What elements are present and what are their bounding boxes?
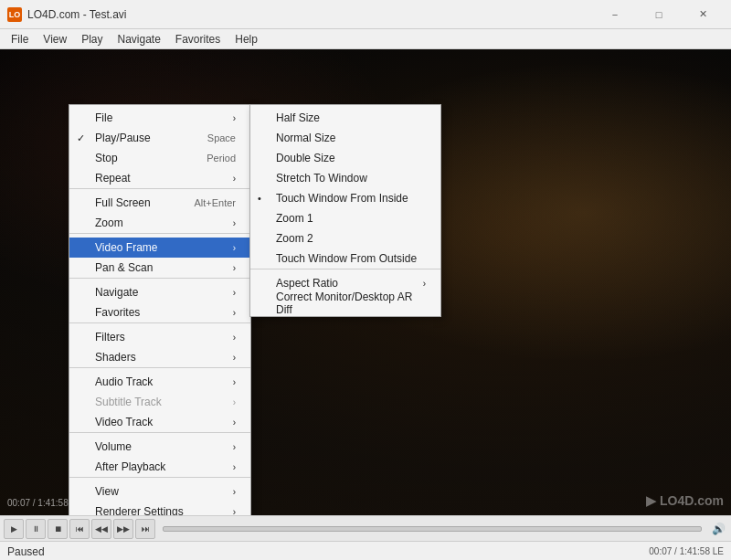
menu-view-label: View [95,485,119,498]
menu-videotrack-item[interactable]: Video Track › [69,412,250,432]
seek-bar[interactable] [163,526,702,532]
zoom-arrow-icon: › [233,218,236,228]
sub-correctmonitor-label: Correct Monitor/Desktop AR Diff [276,291,426,316]
play-button[interactable]: ▶ [4,519,24,539]
maximize-button[interactable]: □ [638,0,680,29]
sub-halfsize[interactable]: Half Size [250,108,440,128]
menu-videoframe-label: Video Frame [95,241,157,254]
sub-doublesize[interactable]: Double Size [250,148,440,168]
sub-doublesize-label: Double Size [276,152,335,164]
panscan-arrow-icon: › [233,263,236,273]
arrow-icon: › [233,113,236,123]
sub-touchwindowinside[interactable]: • Touch Window From Inside [250,188,440,208]
favorites-arrow-icon: › [233,308,236,318]
menu-fullscreen-item[interactable]: Full Screen Alt+Enter [69,193,250,213]
menu-bar: File View Play Navigate Favorites Help [0,29,731,49]
sub-zoom2-label: Zoom 2 [276,232,313,245]
view-arrow-icon: › [233,487,236,497]
menu-view-item[interactable]: View › [69,481,250,502]
sub-normalsize[interactable]: Normal Size [250,128,440,148]
sub-touchwindowoutside[interactable]: Touch Window From Outside [250,248,440,269]
audiotrack-arrow-icon: › [233,377,236,387]
menu-audiotrack-label: Audio Track [95,375,153,388]
menu-panscan-label: Pan & Scan [95,261,153,274]
menu-help[interactable]: Help [228,29,265,48]
menu-videoframe-item[interactable]: Video Frame › [69,238,250,258]
status-text: Paused [7,545,45,558]
sub-stretchtowindow[interactable]: Stretch To Window [250,168,440,188]
menu-view[interactable]: View [36,29,74,48]
pause-button[interactable]: ⏸ [26,519,46,539]
sub-stretchtowindow-label: Stretch To Window [276,172,367,185]
menu-repeat-label: Repeat [95,172,131,185]
menu-panscan-item[interactable]: Pan & Scan › [69,258,250,278]
window-title: LO4D.com - Test.avi [27,8,126,21]
context-menu-videoframe: Half Size Normal Size Double Size Stretc… [249,104,441,317]
menu-filters-label: Filters [95,331,125,343]
sub-halfsize-label: Half Size [276,111,320,124]
afterplayback-arrow-icon: › [233,462,236,472]
context-menu-main: File › ✓ Play/Pause Space Stop Period Re… [69,104,251,515]
menu-filters-item[interactable]: Filters › [69,327,250,347]
prev-button[interactable]: ⏮ [69,519,90,539]
menu-subtitletrack-item: Subtitle Track › [69,392,250,412]
menu-file[interactable]: File [4,29,36,48]
title-bar: LO LO4D.com - Test.avi − □ ✕ [0,0,731,29]
menu-shaders-label: Shaders [95,351,136,364]
stop-shortcut: Period [207,153,236,164]
volume-arrow-icon: › [233,442,236,452]
menu-favorites-item[interactable]: Favorites › [69,302,250,322]
navigate-arrow-icon: › [233,288,236,298]
controls-bar: ▶ ⏸ ⏹ ⏮ ◀◀ ▶▶ ⏭ 🔊 [0,515,731,541]
videotrack-arrow-icon: › [233,417,236,428]
shaders-arrow-icon: › [233,353,236,363]
sub-zoom1-label: Zoom 1 [276,212,313,225]
minimize-button[interactable]: − [594,0,636,29]
menu-stop-label: Stop [95,152,118,164]
menu-playpause-item[interactable]: ✓ Play/Pause Space [69,128,250,148]
menu-renderer-item[interactable]: Renderer Settings › [69,502,250,515]
video-area: File › ✓ Play/Pause Space Stop Period Re… [0,49,731,515]
rewind-button[interactable]: ◀◀ [91,519,111,539]
menu-navigate-item[interactable]: Navigate › [69,282,250,302]
menu-playpause-label: Play/Pause [95,132,151,144]
volume-button[interactable]: 🔊 [709,520,727,538]
sub-zoom1[interactable]: Zoom 1 [250,208,440,228]
subtitletrack-arrow-icon: › [233,397,236,407]
menu-renderer-label: Renderer Settings [95,505,184,515]
menu-stop-item[interactable]: Stop Period [69,148,250,168]
menu-zoom-label: Zoom [95,217,123,229]
menu-navigate[interactable]: Navigate [110,29,167,48]
sub-zoom2[interactable]: Zoom 2 [250,228,440,248]
check-icon: ✓ [77,132,85,144]
stop-button[interactable]: ⏹ [48,519,68,539]
next-button[interactable]: ⏭ [135,519,155,539]
menu-file-label: File [95,111,112,124]
logo-watermark: ▶ LO4D.com [646,493,724,508]
menu-volume-label: Volume [95,440,132,453]
repeat-arrow-icon: › [233,174,236,184]
menu-navigate-label: Navigate [95,286,138,299]
menu-audiotrack-item[interactable]: Audio Track › [69,372,250,392]
menu-afterplayback-item[interactable]: After Playback › [69,457,250,477]
close-button[interactable]: ✕ [682,0,724,29]
title-bar-left: LO LO4D.com - Test.avi [7,7,126,22]
menu-favorites[interactable]: Favorites [168,29,228,48]
menu-favorites-label: Favorites [95,306,140,319]
menu-file-item[interactable]: File › [69,108,250,128]
forward-button[interactable]: ▶▶ [113,519,133,539]
menu-shaders-item[interactable]: Shaders › [69,347,250,367]
aspectratio-arrow-icon: › [423,279,426,289]
menu-zoom-item[interactable]: Zoom › [69,213,250,233]
status-time: 00:07 / 1:41:58 LE [649,546,724,556]
menu-volume-item[interactable]: Volume › [69,437,250,457]
check-icon: • [258,193,261,204]
menu-play[interactable]: Play [74,29,110,48]
playpause-shortcut: Space [207,132,236,143]
renderer-arrow-icon: › [233,507,236,516]
sub-correctmonitor[interactable]: Correct Monitor/Desktop AR Diff [250,293,440,313]
sub-touchwindowinside-label: Touch Window From Inside [276,192,408,205]
menu-repeat-item[interactable]: Repeat › [69,168,250,188]
sub-touchwindowoutside-label: Touch Window From Outside [276,252,417,265]
title-bar-controls: − □ ✕ [594,0,724,29]
